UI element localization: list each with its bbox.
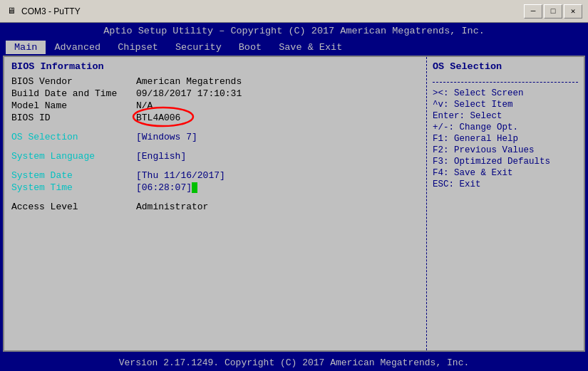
access-level-row: Access Level Administrator — [11, 202, 419, 212]
menu-item-boot[interactable]: Boot — [230, 41, 270, 54]
bios-header: Aptio Setup Utility – Copyright (C) 2017… — [0, 23, 588, 39]
help-f2: F2: Previous Values — [433, 145, 578, 155]
access-level-value: Administrator — [136, 202, 208, 212]
bios-vendor-row: BIOS Vendor American Megatrends — [11, 76, 419, 87]
system-date-value[interactable]: [Thu 11/16/2017] — [136, 170, 225, 181]
system-time-row[interactable]: System Time [06:28:07] — [11, 182, 419, 193]
close-button[interactable]: ✕ — [564, 4, 582, 19]
build-date-row: Build Date and Time 09/18/2017 17:10:31 — [11, 88, 419, 99]
bios-id-row: BIOS ID BTL4A006 — [11, 113, 419, 123]
window-controls[interactable]: ─ □ ✕ — [524, 4, 582, 19]
system-date-label: System Date — [11, 170, 136, 181]
system-time-label: System Time — [11, 182, 136, 193]
help-select-item: ^v: Select Item — [433, 100, 578, 110]
system-time-cursor — [192, 182, 197, 193]
os-selection-value[interactable]: [Windows 7] — [136, 132, 197, 142]
bios-footer: Version 2.17.1249. Copyright (C) 2017 Am… — [0, 355, 588, 371]
help-f4: F4: Save & Exit — [433, 168, 578, 178]
help-enter: Enter: Select — [433, 111, 578, 121]
bios-vendor-label: BIOS Vendor — [11, 76, 136, 87]
minimize-button[interactable]: ─ — [524, 4, 542, 19]
bios-id-value: BTL4A006 — [136, 113, 180, 123]
menu-bar: Main Advanced Chipset Security Boot Save… — [0, 39, 588, 56]
model-name-row: Model Name N/A — [11, 100, 419, 111]
help-select-screen: ><: Select Screen — [433, 88, 578, 98]
help-f1: F1: General Help — [433, 134, 578, 144]
bios-id-label: BIOS ID — [11, 113, 136, 123]
bios-vendor-value: American Megatrends — [136, 76, 242, 87]
system-date-row[interactable]: System Date [Thu 11/16/2017] — [11, 170, 419, 181]
menu-item-security[interactable]: Security — [167, 41, 230, 54]
help-f3: F3: Optimized Defaults — [433, 157, 578, 167]
left-panel: BIOS Information BIOS Vendor American Me… — [4, 57, 427, 350]
system-language-label: System Language — [11, 151, 136, 162]
help-change-opt: +/-: Change Opt. — [433, 122, 578, 132]
window-title: COM3 - PuTTY — [21, 6, 524, 16]
maximize-button[interactable]: □ — [544, 4, 562, 19]
main-content: BIOS Information BIOS Vendor American Me… — [4, 57, 584, 350]
help-esc: ESC: Exit — [433, 179, 578, 189]
menu-item-chipset[interactable]: Chipset — [109, 41, 167, 54]
os-selection-row[interactable]: OS Selection [Windows 7] — [11, 132, 419, 142]
right-panel: OS Selection ><: Select Screen ^v: Selec… — [427, 57, 584, 350]
right-section-title: OS Selection — [433, 61, 578, 72]
app-icon: 🖥 — [6, 6, 17, 17]
menu-item-advanced[interactable]: Advanced — [46, 41, 109, 54]
bios-container: Aptio Setup Utility – Copyright (C) 2017… — [0, 23, 588, 371]
bios-info-title: BIOS Information — [11, 61, 419, 72]
system-language-value[interactable]: [English] — [136, 151, 186, 162]
system-time-text: [06:28:07] — [136, 182, 192, 193]
menu-item-save-exit[interactable]: Save & Exit — [270, 41, 351, 54]
build-date-label: Build Date and Time — [11, 88, 136, 99]
build-date-value: 09/18/2017 17:10:31 — [136, 88, 242, 99]
system-language-row[interactable]: System Language [English] — [11, 151, 419, 162]
system-time-value[interactable]: [06:28:07] — [136, 182, 197, 193]
model-name-label: Model Name — [11, 100, 136, 111]
divider-1 — [433, 82, 578, 83]
menu-item-main[interactable]: Main — [6, 41, 46, 54]
access-level-label: Access Level — [11, 202, 136, 212]
titlebar: 🖥 COM3 - PuTTY ─ □ ✕ — [0, 0, 588, 23]
bios-id-text: BTL4A006 — [136, 113, 180, 123]
model-name-value: N/A — [136, 100, 153, 111]
os-selection-label: OS Selection — [11, 132, 136, 142]
